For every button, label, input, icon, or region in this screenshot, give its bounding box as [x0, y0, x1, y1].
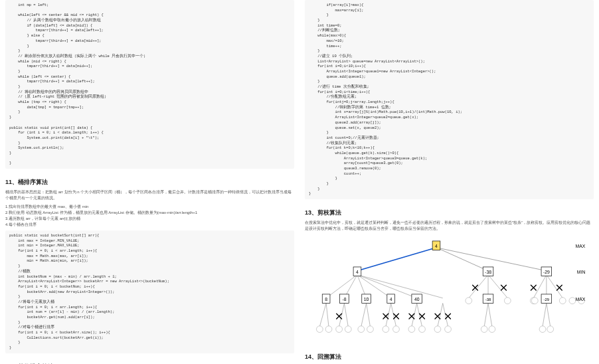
node: 10 [364, 297, 369, 302]
left-column: int mp = left; while(left <= center && m… [0, 0, 300, 364]
heading-13-pruning: 13、剪枝算法 [305, 209, 594, 217]
bucket-sort-code: public static void bucketSort(int[] arr)… [5, 230, 294, 353]
pruning-tree-diagram: 4 4 -38 -29 8 -8 10 4 40 -38 -29 [305, 238, 594, 349]
svg-point-72 [408, 326, 415, 333]
svg-point-66 [336, 326, 343, 333]
svg-line-27 [484, 304, 488, 327]
svg-point-70 [383, 326, 389, 333]
label-max-2: MAX [576, 297, 586, 302]
svg-point-85 [569, 298, 576, 304]
label-max: MAX [576, 244, 586, 248]
svg-point-75 [445, 326, 452, 333]
svg-point-67 [345, 326, 351, 333]
svg-point-84 [531, 298, 538, 304]
node: 40 [414, 297, 420, 302]
heading-11-bucket-sort: 11、桶排序算法 [5, 178, 294, 187]
bucket-sort-desc: 桶排序的基本思想是：把数组 arr 划分为 n 个大小相同子区间（桶），每个子区… [5, 189, 294, 201]
label-min: MIN [577, 270, 586, 274]
node: -38 [485, 298, 491, 302]
node: 4 [356, 270, 359, 274]
svg-point-69 [367, 326, 374, 333]
node: -38 [485, 270, 491, 274]
pruning-desc: 在搜索算法中优化中，剪枝，就是通过某种判断，避免一些不必要的遍历过程，形象的说，… [305, 220, 594, 232]
svg-point-76 [466, 298, 472, 304]
node: 4 [390, 297, 392, 302]
svg-point-73 [419, 326, 426, 333]
svg-point-80 [481, 326, 487, 333]
svg-line-19 [361, 304, 367, 327]
node: 8 [325, 297, 327, 302]
svg-line-1 [436, 248, 488, 271]
svg-line-29 [543, 304, 547, 327]
merge-sort-code: int mp = left; while(left <= center && m… [5, 0, 294, 169]
svg-line-30 [547, 304, 551, 327]
node: -29 [543, 270, 550, 274]
svg-point-79 [559, 298, 566, 304]
svg-point-83 [547, 326, 554, 333]
svg-point-65 [325, 326, 332, 333]
svg-point-77 [504, 298, 511, 304]
svg-point-82 [539, 326, 546, 333]
svg-line-0 [357, 248, 436, 271]
svg-line-16 [326, 304, 329, 327]
svg-point-68 [358, 326, 365, 333]
svg-line-20 [367, 304, 371, 327]
heading-14-backtrack: 14、回溯算法 [305, 353, 594, 361]
svg-line-15 [319, 304, 326, 327]
radix-sort-code: if(array[i]>max){ max=array[i]; } } int … [305, 0, 594, 199]
svg-point-71 [393, 326, 400, 333]
svg-line-18 [344, 304, 348, 327]
svg-line-28 [488, 304, 492, 327]
node: -8 [342, 297, 346, 302]
svg-point-81 [489, 326, 495, 333]
bucket-sort-steps: 1.找出待排序数组中的最大值 max、最小值 min 2.我们使用 动态数组 A… [5, 204, 294, 228]
svg-point-74 [434, 326, 441, 333]
right-column: if(array[i]>max){ max=array[i]; } } int … [300, 0, 599, 364]
node-root: 4 [435, 244, 438, 248]
svg-point-64 [316, 326, 323, 333]
node: -29 [544, 298, 549, 302]
